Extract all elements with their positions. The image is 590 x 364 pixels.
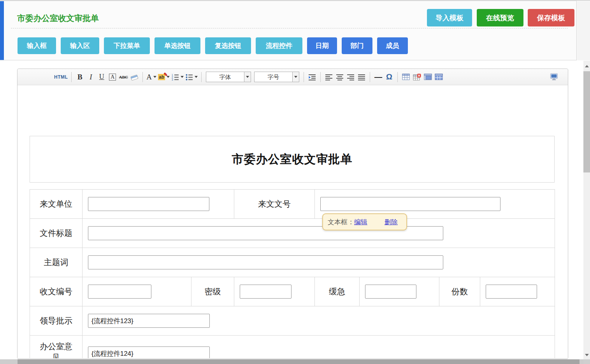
italic-button[interactable]: I: [86, 72, 95, 83]
align-center-button[interactable]: [335, 72, 344, 83]
align-right-button[interactable]: [346, 72, 355, 83]
svg-text:3: 3: [172, 78, 173, 81]
control-palette: 输入框 输入区 下拉菜单 单选按钮 复选按钮 流程控件 日期 部门 成员: [18, 37, 408, 54]
indent-button[interactable]: [307, 72, 317, 83]
palette-input-box-button[interactable]: 输入框: [18, 37, 56, 54]
select-arrow[interactable]: [244, 72, 251, 82]
toolbar-separator: [201, 72, 202, 82]
align-center-icon: [336, 74, 344, 81]
fullscreen-button[interactable]: [549, 72, 558, 83]
toolbar-separator: [320, 72, 321, 82]
field-tooltip: 文本框： 编辑 删除: [322, 213, 407, 230]
table-row: 收文编号 密级 缓急 份数: [30, 277, 555, 306]
keywords-input[interactable]: [88, 255, 443, 269]
horizontal-scrollbar[interactable]: [0, 359, 583, 364]
font-family-select[interactable]: 字体: [206, 72, 251, 82]
import-template-button[interactable]: 导入模板: [427, 9, 472, 26]
form-title: 市委办公室收文审批单: [232, 151, 353, 167]
delete-link[interactable]: 删除: [385, 218, 398, 227]
cell-properties-icon: [435, 74, 443, 80]
table-row: 办公室意见: [30, 336, 555, 359]
palette-date-button[interactable]: 日期: [307, 37, 337, 54]
window-top-border: [0, 0, 590, 0]
scrollbar-corner: [583, 359, 590, 364]
toolbar-separator: [304, 72, 304, 82]
caret-down-icon: [153, 76, 156, 78]
delete-table-button[interactable]: [412, 72, 421, 83]
insert-table-button[interactable]: [401, 72, 411, 83]
unordered-list-button[interactable]: [185, 72, 198, 83]
align-justify-button[interactable]: [357, 72, 366, 83]
online-preview-button[interactable]: 在线预览: [477, 9, 523, 26]
vertical-scrollbar-thumb[interactable]: [583, 71, 590, 172]
keywords-cell: [83, 248, 555, 277]
scroll-down-button[interactable]: [583, 352, 590, 358]
scroll-up-button[interactable]: [583, 63, 590, 69]
eraser-icon: [130, 73, 139, 81]
keywords-label: 主题词: [30, 248, 83, 277]
cell-properties-button[interactable]: [434, 72, 443, 83]
horizontal-scrollbar-thumb[interactable]: [18, 359, 579, 364]
align-justify-icon: [358, 74, 365, 81]
source-unit-cell: [83, 190, 234, 219]
horizontal-rule-button[interactable]: —: [374, 72, 383, 83]
toolbar-separator: [142, 72, 143, 82]
form-table: 来文单位 来文文号 文件标题 主题词: [30, 189, 555, 358]
table-properties-icon: [424, 74, 432, 80]
table-row: 来文单位 来文文号: [30, 190, 555, 219]
receipt-number-input[interactable]: [88, 285, 151, 299]
edit-link[interactable]: 编辑: [354, 218, 367, 227]
char-border-button[interactable]: A: [108, 72, 117, 83]
html-source-button[interactable]: HTML: [54, 72, 68, 83]
align-right-icon: [347, 74, 355, 81]
caret-down-icon: [195, 76, 198, 78]
palette-radio-button[interactable]: 单选按钮: [155, 37, 200, 54]
leader-comment-input[interactable]: [88, 314, 210, 328]
receipt-number-label: 收文编号: [30, 277, 83, 306]
strikethrough-button[interactable]: ABC: [119, 72, 128, 83]
arrow-up-icon: [585, 65, 589, 67]
save-template-button[interactable]: 保存模板: [528, 9, 574, 26]
underline-button[interactable]: U: [97, 72, 106, 83]
align-left-icon: [325, 74, 333, 81]
special-character-button[interactable]: Ω: [385, 72, 394, 83]
font-size-select[interactable]: 字号: [254, 72, 299, 82]
ordered-list-icon: 1 2 3: [171, 74, 179, 81]
accent-bar: [0, 1, 4, 60]
office-opinion-label: 办公室意见: [30, 336, 83, 359]
select-arrow[interactable]: [292, 72, 299, 82]
highlight-color-button[interactable]: ab✎: [158, 72, 170, 83]
table-properties-button[interactable]: [423, 72, 432, 83]
palette-checkbox-button[interactable]: 复选按钮: [205, 37, 251, 54]
palette-textarea-button[interactable]: 输入区: [61, 37, 99, 54]
palette-member-button[interactable]: 成员: [377, 37, 408, 54]
copies-cell: [480, 277, 555, 306]
secrecy-cell: [234, 277, 315, 306]
source-unit-input[interactable]: [88, 197, 209, 211]
toolbar-separator: [370, 72, 370, 82]
font-color-button[interactable]: A: [146, 72, 156, 83]
copies-input[interactable]: [486, 285, 537, 299]
vertical-scrollbar[interactable]: [583, 61, 590, 359]
office-opinion-input[interactable]: [88, 346, 210, 358]
palette-flow-control-button[interactable]: 流程控件: [256, 37, 302, 54]
editor-content[interactable]: 市委办公室收文审批单 来文单位 来文文号 文件标题: [18, 85, 568, 358]
secrecy-input[interactable]: [240, 285, 291, 299]
source-unit-label: 来文单位: [30, 190, 83, 219]
urgency-input[interactable]: [365, 285, 416, 299]
doc-number-input[interactable]: [320, 197, 500, 211]
leader-comment-cell: [83, 306, 555, 336]
palette-department-button[interactable]: 部门: [342, 37, 372, 54]
header-divider: [11, 28, 568, 28]
font-family-label: 字体: [206, 72, 244, 82]
palette-dropdown-button[interactable]: 下拉菜单: [104, 37, 150, 54]
doc-title-label: 文件标题: [30, 219, 83, 248]
secrecy-label: 密级: [191, 277, 234, 306]
remove-format-button[interactable]: [130, 72, 139, 83]
ordered-list-button[interactable]: 1 2 3: [171, 72, 184, 83]
table-row: 领导批示: [30, 306, 555, 336]
copies-label: 份数: [439, 277, 480, 306]
align-left-button[interactable]: [324, 72, 334, 83]
editor-toolbar: HTML B I U A ABC A ab✎ 1 2: [18, 69, 568, 85]
bold-button[interactable]: B: [75, 72, 84, 83]
